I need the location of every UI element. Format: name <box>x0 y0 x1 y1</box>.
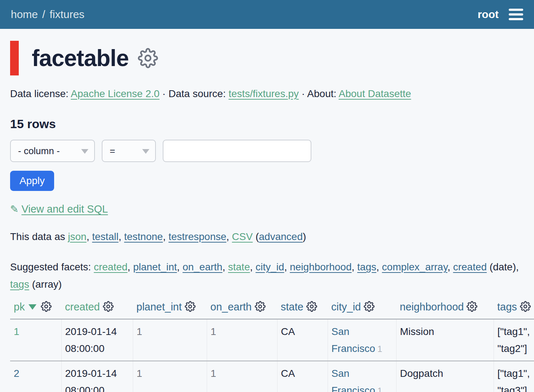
row-pk-link[interactable]: 1 <box>14 326 19 337</box>
cell-tags: ["tag1", "tag3"] <box>494 361 534 392</box>
pencil-icon: ✎ <box>10 204 18 215</box>
export-link-testresponse[interactable]: testresponse <box>168 231 226 242</box>
facet-link-on-earth[interactable]: on_earth <box>183 261 223 273</box>
cell-state: CA <box>277 319 328 361</box>
data-table: pk created planet_int on_earth state cit… <box>10 298 534 392</box>
cell-planet-int: 1 <box>133 319 207 361</box>
source-link[interactable]: tests/fixtures.py <box>229 88 299 99</box>
column-sort-link-tags[interactable]: tags <box>497 301 517 313</box>
facet-link-neighborhood[interactable]: neighborhood <box>290 261 351 273</box>
page-title-row: facetable <box>10 40 524 76</box>
metadata-line: Data license: Apache License 2.0 · Data … <box>10 88 524 100</box>
export-link-testall[interactable]: testall <box>92 231 118 242</box>
table-row: 1 2019-01-14 08:00:00 1 1 CA San Francis… <box>10 319 534 361</box>
view-edit-sql-link[interactable]: View and edit SQL <box>21 203 108 215</box>
cell-tags: ["tag1", "tag2"] <box>494 319 534 361</box>
page-title: facetable <box>32 45 128 71</box>
separator-text: · <box>299 88 307 99</box>
filter-operator-value: = <box>110 145 115 157</box>
logged-in-user[interactable]: root <box>478 8 499 21</box>
column-settings-gear-icon[interactable] <box>41 301 52 314</box>
about-link[interactable]: About Datasette <box>339 88 411 99</box>
cell-created: 2019-01-14 08:00:00 <box>61 361 133 392</box>
view-edit-sql-line: ✎View and edit SQL <box>10 203 524 215</box>
facet-link-created-date[interactable]: created <box>453 261 487 273</box>
column-settings-gear-icon[interactable] <box>306 301 317 314</box>
breadcrumb: home / fixtures <box>11 8 84 21</box>
row-pk-link[interactable]: 2 <box>14 368 19 379</box>
column-sort-link-pk[interactable]: pk <box>14 301 25 313</box>
license-link[interactable]: Apache License 2.0 <box>71 88 159 99</box>
cell-planet-int: 1 <box>133 361 207 392</box>
export-link-advanced[interactable]: advanced <box>259 231 303 242</box>
license-label: Data license: <box>10 88 71 99</box>
table-settings-gear-icon[interactable] <box>138 48 158 68</box>
sort-descending-icon <box>29 304 36 310</box>
facets-prefix: Suggested facets: <box>10 261 94 273</box>
column-sort-link-created[interactable]: created <box>65 301 100 313</box>
breadcrumb-fixtures-link[interactable]: fixtures <box>49 8 84 21</box>
table-row: 2 2019-01-14 08:00:00 1 1 CA San Francis… <box>10 361 534 392</box>
facet-link-created[interactable]: created <box>94 261 127 273</box>
export-prefix: This data as <box>10 231 68 242</box>
export-link-json[interactable]: json <box>68 231 86 242</box>
column-settings-gear-icon[interactable] <box>255 301 266 314</box>
apply-button[interactable]: Apply <box>10 171 54 191</box>
filter-column-select[interactable]: - column - <box>10 140 95 162</box>
cell-city-id: San Francisco1 <box>328 361 396 392</box>
cell-pk: 2 <box>10 361 61 392</box>
hamburger-menu-icon[interactable] <box>509 7 523 22</box>
cell-pk: 1 <box>10 319 61 361</box>
column-settings-gear-icon[interactable] <box>364 301 375 314</box>
column-header-city-id: city_id <box>328 298 396 319</box>
column-header-neighborhood: neighborhood <box>396 298 494 319</box>
column-header-pk: pk <box>10 298 61 319</box>
column-sort-link-state[interactable]: state <box>281 301 303 313</box>
chevron-down-icon <box>142 149 149 154</box>
column-header-on-earth: on_earth <box>207 298 277 319</box>
facet-link-planet-int[interactable]: planet_int <box>133 261 177 273</box>
table-header-row: pk created planet_int on_earth state cit… <box>10 298 534 319</box>
city-link[interactable]: San Francisco <box>332 326 375 354</box>
filter-operator-select[interactable]: = <box>102 140 156 162</box>
breadcrumb-separator: / <box>42 8 45 21</box>
city-id-value: 1 <box>377 386 382 392</box>
column-settings-gear-icon[interactable] <box>185 301 196 314</box>
filter-value-input[interactable] <box>163 140 311 162</box>
city-id-value: 1 <box>377 344 382 354</box>
city-link[interactable]: San Francisco <box>332 368 375 392</box>
cell-city-id: San Francisco1 <box>328 319 396 361</box>
cell-on-earth: 1 <box>207 319 277 361</box>
filter-row: - column - = <box>10 140 524 162</box>
column-settings-gear-icon[interactable] <box>520 301 531 314</box>
facet-link-state[interactable]: state <box>228 261 250 273</box>
about-label: About: <box>307 88 338 99</box>
cell-neighborhood: Dogpatch <box>396 361 494 392</box>
suggested-facets-line: Suggested facets: created, planet_int, o… <box>10 258 524 293</box>
column-header-created: created <box>61 298 133 319</box>
column-header-planet-int: planet_int <box>133 298 207 319</box>
facet-link-tags-array[interactable]: tags <box>10 279 29 290</box>
facet-link-complex-array[interactable]: complex_array <box>382 261 448 273</box>
column-settings-gear-icon[interactable] <box>103 301 114 314</box>
cell-on-earth: 1 <box>207 361 277 392</box>
source-label: Data source: <box>168 88 229 99</box>
column-sort-link-city-id[interactable]: city_id <box>331 301 361 313</box>
separator-text: · <box>159 88 168 99</box>
chevron-down-icon <box>81 149 88 154</box>
export-link-csv[interactable]: CSV <box>232 231 253 242</box>
breadcrumb-home-link[interactable]: home <box>11 8 38 21</box>
cell-state: CA <box>277 361 328 392</box>
column-header-tags: tags <box>494 298 534 319</box>
facet-link-city-id[interactable]: city_id <box>255 261 284 273</box>
column-sort-link-neighborhood[interactable]: neighborhood <box>400 301 464 313</box>
row-count-heading: 15 rows <box>10 117 524 131</box>
column-sort-link-on-earth[interactable]: on_earth <box>210 301 252 313</box>
export-link-testnone[interactable]: testnone <box>124 231 163 242</box>
column-settings-gear-icon[interactable] <box>467 301 477 314</box>
filter-column-value: - column - <box>18 145 60 157</box>
top-navigation-bar: home / fixtures root <box>0 0 534 29</box>
export-line: This data as json, testall, testnone, te… <box>10 231 524 243</box>
column-sort-link-planet-int[interactable]: planet_int <box>136 301 182 313</box>
facet-link-tags[interactable]: tags <box>357 261 376 273</box>
